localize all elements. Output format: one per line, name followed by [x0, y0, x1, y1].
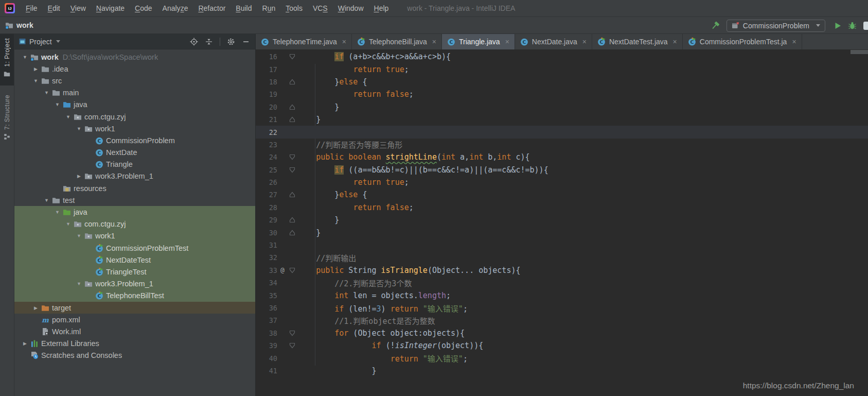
menu-code[interactable]: Code	[130, 2, 157, 15]
settings-icon[interactable]	[227, 38, 235, 46]
chevron-expanded-icon[interactable]: ▼	[74, 126, 84, 131]
tree-item-src[interactable]: ▼src	[14, 75, 255, 87]
tree-item-work[interactable]: ▼workD:\Soft\java\workSpace\work	[14, 51, 255, 63]
tree-item-main[interactable]: ▼main	[14, 87, 255, 99]
tree-item-work-iml[interactable]: Work.iml	[14, 325, 255, 337]
menu-analyze[interactable]: Analyze	[157, 2, 193, 15]
menu-window[interactable]: Window	[333, 2, 369, 15]
clipped-toolbar-icon[interactable]	[863, 22, 868, 30]
menu-tools[interactable]: Tools	[280, 2, 308, 15]
tree-item-com-ctgu-zyj[interactable]: ▼com.ctgu.zyj	[14, 111, 255, 123]
chevron-expanded-icon[interactable]: ▼	[41, 90, 52, 95]
fold-down-icon[interactable]	[287, 267, 297, 273]
menu-vcs[interactable]: VCS	[308, 2, 333, 15]
title-bar: IJ FileEditViewNavigateCodeAnalyzeRefact…	[0, 0, 868, 17]
tab-nextdatetest-java[interactable]: CNextDateTest.java×	[592, 34, 683, 49]
tree-item-work1[interactable]: ▼work1	[14, 123, 255, 134]
tab-telephonebill-java[interactable]: CTelephoneBill.java×	[352, 34, 442, 49]
project-panel-title[interactable]: Project	[29, 38, 52, 46]
hide-icon[interactable]	[242, 38, 250, 46]
code-editor[interactable]: 16 if (a+b>c&&b+c>a&&a+c>b){17 return tr…	[256, 49, 868, 396]
tree-item-nextdatetest[interactable]: CNextDateTest	[14, 254, 255, 266]
chevron-expanded-icon[interactable]: ▼	[63, 221, 74, 227]
tab-commissionproblemtest-ja[interactable]: CCommissionProblemTest.ja×	[683, 34, 802, 49]
chevron-down-icon[interactable]	[56, 40, 60, 43]
menu-edit[interactable]: Edit	[43, 2, 65, 15]
fold-down-icon[interactable]	[287, 167, 297, 173]
tree-item-telephonebilltest[interactable]: CTelephoneBillTest	[14, 290, 255, 302]
fold-down-icon[interactable]	[287, 154, 297, 160]
close-icon[interactable]: ×	[432, 38, 436, 45]
fold-down-icon[interactable]	[287, 342, 297, 349]
tool-button-project[interactable]: 1: Project	[0, 34, 14, 85]
run-configuration-select[interactable]: CommissionProblem	[727, 20, 825, 32]
chevron-expanded-icon[interactable]: ▼	[52, 102, 63, 107]
chevron-expanded-icon[interactable]: ▼	[30, 78, 41, 83]
tree-item-com-ctgu-zyj[interactable]: ▼com.ctgu.zyj	[14, 218, 255, 230]
menu-run[interactable]: Run	[257, 2, 281, 15]
tree-item-test[interactable]: ▼test	[14, 194, 255, 206]
locate-icon[interactable]	[190, 38, 198, 46]
menu-build[interactable]: Build	[231, 2, 257, 15]
tree-item--idea[interactable]: ▶.idea	[14, 63, 255, 75]
tree-item-pom-xml[interactable]: mpom.xml	[14, 314, 255, 325]
tree-item-work3-problem-1[interactable]: ▼work3.Problem_1	[14, 278, 255, 290]
debug-button[interactable]	[848, 21, 857, 30]
editor-scrollbar-thumb[interactable]	[851, 50, 868, 54]
fold-up-icon[interactable]	[287, 79, 297, 85]
close-icon[interactable]: ×	[505, 38, 509, 45]
chevron-expanded-icon[interactable]: ▼	[63, 114, 74, 119]
chevron-expanded-icon[interactable]: ▼	[74, 281, 84, 286]
chevron-collapsed-icon[interactable]: ▶	[30, 305, 41, 311]
tree-item-commissionproblem[interactable]: CCommissionProblem	[14, 134, 255, 146]
close-icon[interactable]: ×	[673, 38, 677, 45]
tab-triangle-java[interactable]: CTriangle.java×	[442, 34, 515, 49]
fold-up-icon[interactable]	[287, 192, 297, 198]
close-icon[interactable]: ×	[582, 38, 587, 45]
fold-up-icon[interactable]	[287, 116, 297, 123]
tree-item-java[interactable]: ▼java	[14, 206, 255, 218]
tree-item-work3-problem-1[interactable]: ▶work3.Problem_1	[14, 170, 255, 182]
close-icon[interactable]: ×	[792, 38, 796, 45]
token: (object)){	[437, 341, 483, 350]
chevron-collapsed-icon[interactable]: ▶	[30, 66, 41, 72]
tree-item-commissionproblemtest[interactable]: CCommissionProblemTest	[14, 242, 255, 254]
chevron-expanded-icon[interactable]: ▼	[20, 55, 30, 60]
tree-item-triangletest[interactable]: CTriangleTest	[14, 266, 255, 278]
breadcrumb[interactable]: work	[5, 21, 33, 29]
tree-item-nextdate[interactable]: CNextDate	[14, 147, 255, 159]
chevron-collapsed-icon[interactable]: ▶	[74, 174, 84, 179]
chevron-expanded-icon[interactable]: ▼	[74, 233, 84, 238]
module-icon	[30, 53, 41, 61]
build-hammer-icon[interactable]	[711, 21, 720, 30]
tree-item-target[interactable]: ▶target	[14, 302, 255, 314]
tree-item-label: main	[63, 89, 79, 97]
fold-down-icon[interactable]	[287, 330, 297, 336]
tab-nextdate-java[interactable]: CNextDate.java×	[515, 34, 592, 49]
tree-item-external-libraries[interactable]: ▶External Libraries	[14, 338, 255, 350]
tool-button-structure[interactable]: 7: Structure	[0, 91, 14, 156]
fold-up-icon[interactable]	[287, 217, 297, 223]
menu-file[interactable]: File	[21, 2, 43, 15]
tree-item-java[interactable]: ▼java	[14, 99, 255, 111]
chevron-expanded-icon[interactable]: ▼	[41, 198, 52, 203]
run-button[interactable]	[834, 22, 842, 30]
token	[344, 152, 348, 162]
chevron-expanded-icon[interactable]: ▼	[52, 210, 63, 215]
tree-item-triangle[interactable]: CTriangle	[14, 159, 255, 170]
token: if	[334, 165, 344, 175]
tree-item-work1[interactable]: ▼work1	[14, 230, 255, 242]
fold-up-icon[interactable]	[287, 104, 297, 110]
chevron-collapsed-icon[interactable]: ▶	[20, 341, 30, 346]
tree-item-resources[interactable]: resources	[14, 182, 255, 194]
menu-navigate[interactable]: Navigate	[91, 2, 130, 15]
menu-refactor[interactable]: Refactor	[193, 2, 231, 15]
tree-item-scratches-and-consoles[interactable]: Scratches and Consoles	[14, 350, 255, 361]
fold-up-icon[interactable]	[287, 230, 297, 236]
close-icon[interactable]: ×	[342, 38, 346, 45]
fold-down-icon[interactable]	[287, 54, 297, 60]
menu-help[interactable]: Help	[369, 2, 394, 15]
collapse-all-icon[interactable]	[205, 38, 213, 46]
tab-telephonetime-java[interactable]: CTelephoneTime.java×	[256, 34, 352, 49]
menu-view[interactable]: View	[65, 2, 91, 15]
